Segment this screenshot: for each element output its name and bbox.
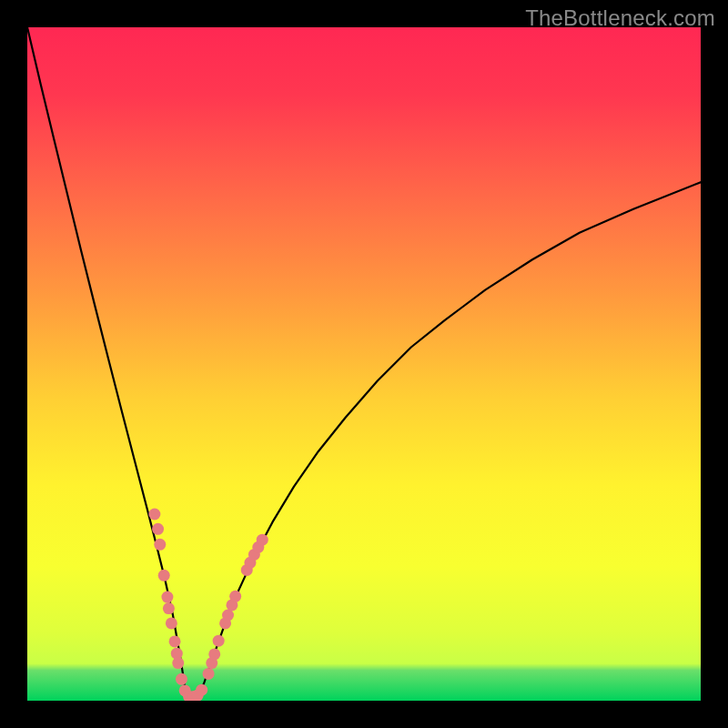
watermark-text: TheBottleneck.com (525, 5, 715, 31)
data-dot (154, 539, 166, 551)
data-dot (161, 592, 173, 603)
data-dot (169, 635, 181, 647)
data-dot (176, 673, 187, 685)
gradient-background (27, 27, 701, 701)
data-dot (152, 523, 164, 535)
data-dot (229, 591, 241, 602)
data-dot (203, 668, 215, 680)
data-dot (148, 509, 160, 521)
data-dot (213, 635, 225, 647)
data-dot (257, 534, 268, 546)
data-dot (163, 602, 175, 614)
data-dot (158, 570, 170, 581)
data-dot (172, 657, 184, 669)
bottleneck-chart (0, 0, 728, 728)
data-dot (166, 617, 177, 629)
data-dot (222, 610, 234, 622)
data-dot (208, 648, 220, 660)
plot-area (27, 27, 701, 703)
data-dot (196, 684, 207, 696)
